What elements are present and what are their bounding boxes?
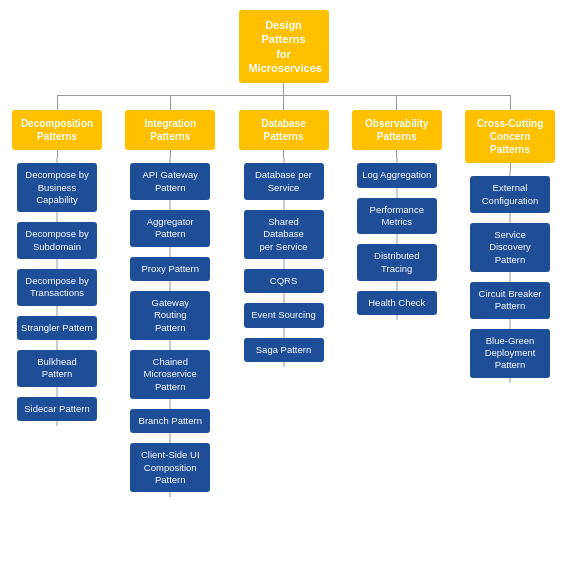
list-item: Sidecar Pattern [7, 392, 107, 426]
column-integration: Integration PatternsAPI Gateway PatternA… [120, 95, 220, 497]
item-box[interactable]: External Configuration [470, 176, 550, 213]
col-header-crosscutting: Cross-Cutting Concern Patterns [465, 110, 555, 163]
col-top-line [170, 95, 171, 110]
item-box[interactable]: Database per Service [244, 163, 324, 200]
list-item: API Gateway Pattern [120, 158, 220, 205]
item-box[interactable]: Event Sourcing [244, 303, 324, 327]
item-box[interactable]: Health Check [357, 291, 437, 315]
item-box[interactable]: Log Aggregation [357, 163, 437, 187]
list-item: Saga Pattern [234, 333, 334, 367]
list-item: Decompose by Subdomain [7, 217, 107, 264]
list-item: Distributed Tracing [347, 239, 447, 286]
col-items-database: Database per ServiceShared Database per … [234, 158, 334, 367]
item-box[interactable]: Distributed Tracing [357, 244, 437, 281]
list-item: Event Sourcing [234, 298, 334, 332]
item-box[interactable]: Decompose by Subdomain [17, 222, 97, 259]
item-box[interactable]: Aggregator Pattern [130, 210, 210, 247]
col-top-line [57, 95, 58, 110]
col-header-database: Database Patterns [239, 110, 329, 150]
list-item: External Configuration [460, 171, 560, 218]
col-items-crosscutting: External ConfigurationService Discovery … [460, 171, 560, 382]
vert-gap [510, 163, 511, 171]
list-item: Shared Database per Service [234, 205, 334, 264]
item-box[interactable]: Service Discovery Pattern [470, 223, 550, 272]
item-box[interactable]: Strangler Pattern [17, 316, 97, 340]
column-observability: Observability PatternsLog AggregationPer… [347, 95, 447, 320]
col-items-decomposition: Decompose by Business CapabilityDecompos… [7, 158, 107, 426]
list-item: Branch Pattern [120, 404, 220, 438]
item-box[interactable]: Saga Pattern [244, 338, 324, 362]
list-item: Log Aggregation [347, 158, 447, 192]
list-item: Strangler Pattern [7, 311, 107, 345]
item-box[interactable]: Shared Database per Service [244, 210, 324, 259]
list-item: Health Check [347, 286, 447, 320]
list-item: Performance Metrics [347, 193, 447, 240]
vert-gap [283, 150, 284, 158]
list-item: Decompose by Business Capability [7, 158, 107, 217]
col-items-integration: API Gateway PatternAggregator PatternPro… [120, 158, 220, 497]
item-box[interactable]: Chained Microservice Pattern [130, 350, 210, 399]
columns-wrapper: Decomposition PatternsDecompose by Busin… [5, 95, 562, 497]
vert-gap [396, 150, 397, 158]
diagram: Design Patterns for Microservices Decomp… [0, 0, 567, 507]
list-item: Decompose by Transactions [7, 264, 107, 311]
item-box[interactable]: Decompose by Business Capability [17, 163, 97, 212]
root-connector [283, 83, 284, 95]
item-box[interactable]: Decompose by Transactions [17, 269, 97, 306]
item-box[interactable]: Blue-Green Deployment Pattern [470, 329, 550, 378]
col-header-decomposition: Decomposition Patterns [12, 110, 102, 150]
vert-gap [170, 150, 171, 158]
col-items-observability: Log AggregationPerformance MetricsDistri… [347, 158, 447, 320]
vert-gap [57, 150, 58, 158]
list-item: Database per Service [234, 158, 334, 205]
col-top-line [283, 95, 284, 110]
item-box[interactable]: Proxy Pattern [130, 257, 210, 281]
item-box[interactable]: Client-Side UI Composition Pattern [130, 443, 210, 492]
list-item: Proxy Pattern [120, 252, 220, 286]
item-box[interactable]: Gateway Routing Pattern [130, 291, 210, 340]
list-item: Circuit Breaker Pattern [460, 277, 560, 324]
column-database: Database PatternsDatabase per ServiceSha… [234, 95, 334, 367]
item-box[interactable]: CQRS [244, 269, 324, 293]
item-box[interactable]: Circuit Breaker Pattern [470, 282, 550, 319]
list-item: Aggregator Pattern [120, 205, 220, 252]
root-node: Design Patterns for Microservices [239, 10, 329, 83]
item-box[interactable]: Performance Metrics [357, 198, 437, 235]
item-box[interactable]: Bulkhead Pattern [17, 350, 97, 387]
list-item: Blue-Green Deployment Pattern [460, 324, 560, 383]
list-item: Bulkhead Pattern [7, 345, 107, 392]
list-item: Chained Microservice Pattern [120, 345, 220, 404]
list-item: Client-Side UI Composition Pattern [120, 438, 220, 497]
col-top-line [396, 95, 397, 110]
list-item: Gateway Routing Pattern [120, 286, 220, 345]
column-decomposition: Decomposition PatternsDecompose by Busin… [7, 95, 107, 426]
item-box[interactable]: API Gateway Pattern [130, 163, 210, 200]
col-header-observability: Observability Patterns [352, 110, 442, 150]
item-box[interactable]: Sidecar Pattern [17, 397, 97, 421]
column-crosscutting: Cross-Cutting Concern PatternsExternal C… [460, 95, 560, 382]
col-header-integration: Integration Patterns [125, 110, 215, 150]
list-item: CQRS [234, 264, 334, 298]
item-box[interactable]: Branch Pattern [130, 409, 210, 433]
col-top-line [510, 95, 511, 110]
list-item: Service Discovery Pattern [460, 218, 560, 277]
